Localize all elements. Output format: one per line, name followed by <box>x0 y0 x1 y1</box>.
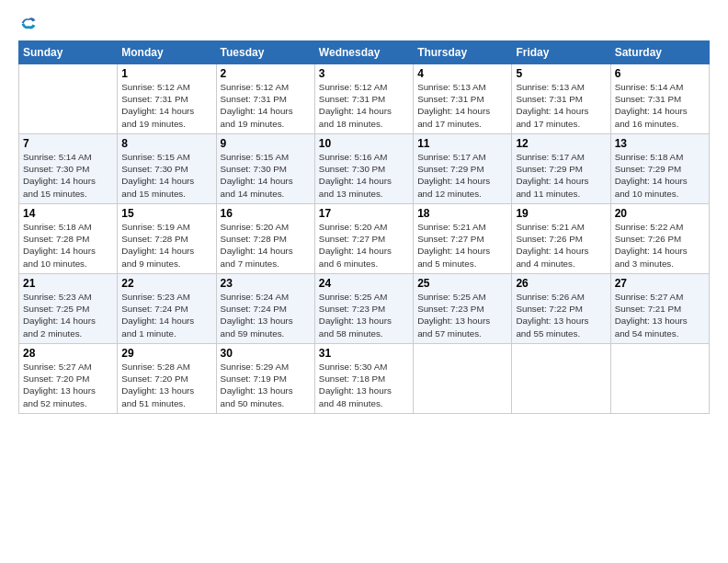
calendar-cell: 20Sunrise: 5:22 AMSunset: 7:26 PMDayligh… <box>610 204 709 274</box>
calendar-header-saturday: Saturday <box>610 41 709 64</box>
calendar-cell: 18Sunrise: 5:21 AMSunset: 7:27 PMDayligh… <box>414 204 512 274</box>
day-info: Sunrise: 5:28 AMSunset: 7:20 PMDaylight:… <box>121 361 211 409</box>
day-number: 18 <box>417 207 507 220</box>
calendar-cell: 6Sunrise: 5:14 AMSunset: 7:31 PMDaylight… <box>610 64 709 134</box>
day-info: Sunrise: 5:12 AMSunset: 7:31 PMDaylight:… <box>319 81 409 130</box>
day-info: Sunrise: 5:21 AMSunset: 7:26 PMDaylight:… <box>516 221 606 270</box>
calendar-cell: 4Sunrise: 5:13 AMSunset: 7:31 PMDaylight… <box>414 64 512 134</box>
day-info: Sunrise: 5:16 AMSunset: 7:30 PMDaylight:… <box>319 151 409 200</box>
day-number: 12 <box>516 137 606 150</box>
day-info: Sunrise: 5:19 AMSunset: 7:28 PMDaylight:… <box>121 221 211 270</box>
day-number: 25 <box>417 277 507 290</box>
calendar-cell: 5Sunrise: 5:13 AMSunset: 7:31 PMDaylight… <box>512 64 610 134</box>
day-info: Sunrise: 5:13 AMSunset: 7:31 PMDaylight:… <box>516 81 606 130</box>
day-info: Sunrise: 5:20 AMSunset: 7:27 PMDaylight:… <box>319 221 409 270</box>
calendar-header-friday: Friday <box>512 41 610 64</box>
day-info: Sunrise: 5:23 AMSunset: 7:24 PMDaylight:… <box>121 291 211 339</box>
calendar-week-row: 14Sunrise: 5:18 AMSunset: 7:28 PMDayligh… <box>19 204 710 274</box>
calendar-cell: 10Sunrise: 5:16 AMSunset: 7:30 PMDayligh… <box>314 134 413 204</box>
calendar-header-wednesday: Wednesday <box>314 41 413 64</box>
day-info: Sunrise: 5:17 AMSunset: 7:29 PMDaylight:… <box>417 151 507 200</box>
day-info: Sunrise: 5:13 AMSunset: 7:31 PMDaylight:… <box>417 81 507 130</box>
calendar-cell: 16Sunrise: 5:20 AMSunset: 7:28 PMDayligh… <box>216 204 314 274</box>
calendar-header-monday: Monday <box>118 41 216 64</box>
calendar-header-row: SundayMondayTuesdayWednesdayThursdayFrid… <box>19 41 710 64</box>
calendar-cell: 22Sunrise: 5:23 AMSunset: 7:24 PMDayligh… <box>118 274 216 344</box>
day-number: 7 <box>23 137 113 150</box>
calendar-cell <box>610 344 709 414</box>
day-number: 31 <box>319 347 409 360</box>
calendar-header-thursday: Thursday <box>414 41 512 64</box>
day-info: Sunrise: 5:18 AMSunset: 7:29 PMDaylight:… <box>615 151 705 200</box>
calendar-cell: 8Sunrise: 5:15 AMSunset: 7:30 PMDaylight… <box>118 134 216 204</box>
day-number: 23 <box>221 277 311 290</box>
calendar-table: SundayMondayTuesdayWednesdayThursdayFrid… <box>18 40 710 414</box>
day-number: 22 <box>121 277 211 290</box>
calendar-week-row: 28Sunrise: 5:27 AMSunset: 7:20 PMDayligh… <box>19 344 710 414</box>
calendar-cell: 29Sunrise: 5:28 AMSunset: 7:20 PMDayligh… <box>118 344 216 414</box>
day-number: 27 <box>615 277 705 290</box>
day-info: Sunrise: 5:12 AMSunset: 7:31 PMDaylight:… <box>121 81 211 130</box>
day-number: 14 <box>23 207 113 220</box>
day-number: 3 <box>319 67 409 80</box>
calendar-cell: 15Sunrise: 5:19 AMSunset: 7:28 PMDayligh… <box>118 204 216 274</box>
day-info: Sunrise: 5:12 AMSunset: 7:31 PMDaylight:… <box>221 81 311 130</box>
day-info: Sunrise: 5:27 AMSunset: 7:21 PMDaylight:… <box>615 291 705 339</box>
day-info: Sunrise: 5:17 AMSunset: 7:29 PMDaylight:… <box>516 151 606 200</box>
calendar-cell: 31Sunrise: 5:30 AMSunset: 7:18 PMDayligh… <box>314 344 413 414</box>
day-info: Sunrise: 5:26 AMSunset: 7:22 PMDaylight:… <box>516 291 606 339</box>
calendar-cell: 19Sunrise: 5:21 AMSunset: 7:26 PMDayligh… <box>512 204 610 274</box>
calendar-cell <box>414 344 512 414</box>
day-number: 26 <box>516 277 606 290</box>
day-number: 1 <box>121 67 211 80</box>
calendar-week-row: 21Sunrise: 5:23 AMSunset: 7:25 PMDayligh… <box>19 274 710 344</box>
day-info: Sunrise: 5:29 AMSunset: 7:19 PMDaylight:… <box>221 361 311 409</box>
day-number: 6 <box>615 67 705 80</box>
calendar-cell: 7Sunrise: 5:14 AMSunset: 7:30 PMDaylight… <box>19 134 118 204</box>
calendar-cell: 1Sunrise: 5:12 AMSunset: 7:31 PMDaylight… <box>118 64 216 134</box>
calendar-week-row: 7Sunrise: 5:14 AMSunset: 7:30 PMDaylight… <box>19 134 710 204</box>
day-info: Sunrise: 5:22 AMSunset: 7:26 PMDaylight:… <box>615 221 705 270</box>
day-number: 10 <box>319 137 409 150</box>
day-number: 11 <box>417 137 507 150</box>
day-number: 5 <box>516 67 606 80</box>
day-info: Sunrise: 5:15 AMSunset: 7:30 PMDaylight:… <box>121 151 211 200</box>
day-info: Sunrise: 5:24 AMSunset: 7:24 PMDaylight:… <box>221 291 311 339</box>
calendar-cell: 11Sunrise: 5:17 AMSunset: 7:29 PMDayligh… <box>414 134 512 204</box>
calendar-cell: 26Sunrise: 5:26 AMSunset: 7:22 PMDayligh… <box>512 274 610 344</box>
day-info: Sunrise: 5:15 AMSunset: 7:30 PMDaylight:… <box>221 151 311 200</box>
calendar-cell: 27Sunrise: 5:27 AMSunset: 7:21 PMDayligh… <box>610 274 709 344</box>
day-number: 24 <box>319 277 409 290</box>
day-info: Sunrise: 5:21 AMSunset: 7:27 PMDaylight:… <box>417 221 507 270</box>
day-number: 15 <box>121 207 211 220</box>
calendar-cell <box>19 64 118 134</box>
calendar-cell: 25Sunrise: 5:25 AMSunset: 7:23 PMDayligh… <box>414 274 512 344</box>
calendar-cell: 30Sunrise: 5:29 AMSunset: 7:19 PMDayligh… <box>216 344 314 414</box>
day-info: Sunrise: 5:14 AMSunset: 7:31 PMDaylight:… <box>615 81 705 130</box>
day-number: 28 <box>23 347 113 360</box>
day-info: Sunrise: 5:20 AMSunset: 7:28 PMDaylight:… <box>221 221 311 270</box>
calendar-cell: 21Sunrise: 5:23 AMSunset: 7:25 PMDayligh… <box>19 274 118 344</box>
calendar-cell: 23Sunrise: 5:24 AMSunset: 7:24 PMDayligh… <box>216 274 314 344</box>
calendar-cell: 13Sunrise: 5:18 AMSunset: 7:29 PMDayligh… <box>610 134 709 204</box>
day-info: Sunrise: 5:30 AMSunset: 7:18 PMDaylight:… <box>319 361 409 409</box>
calendar-cell: 9Sunrise: 5:15 AMSunset: 7:30 PMDaylight… <box>216 134 314 204</box>
page-header <box>18 15 710 31</box>
day-number: 19 <box>516 207 606 220</box>
day-info: Sunrise: 5:27 AMSunset: 7:20 PMDaylight:… <box>23 361 113 409</box>
day-info: Sunrise: 5:14 AMSunset: 7:30 PMDaylight:… <box>23 151 113 200</box>
day-number: 4 <box>417 67 507 80</box>
calendar-cell: 24Sunrise: 5:25 AMSunset: 7:23 PMDayligh… <box>314 274 413 344</box>
day-number: 21 <box>23 277 113 290</box>
calendar-cell <box>512 344 610 414</box>
day-number: 2 <box>221 67 311 80</box>
day-number: 30 <box>221 347 311 360</box>
calendar-header-sunday: Sunday <box>19 41 118 64</box>
day-number: 17 <box>319 207 409 220</box>
calendar-cell: 12Sunrise: 5:17 AMSunset: 7:29 PMDayligh… <box>512 134 610 204</box>
calendar-cell: 17Sunrise: 5:20 AMSunset: 7:27 PMDayligh… <box>314 204 413 274</box>
day-info: Sunrise: 5:18 AMSunset: 7:28 PMDaylight:… <box>23 221 113 270</box>
calendar-week-row: 1Sunrise: 5:12 AMSunset: 7:31 PMDaylight… <box>19 64 710 134</box>
logo <box>18 15 37 31</box>
day-info: Sunrise: 5:23 AMSunset: 7:25 PMDaylight:… <box>23 291 113 339</box>
